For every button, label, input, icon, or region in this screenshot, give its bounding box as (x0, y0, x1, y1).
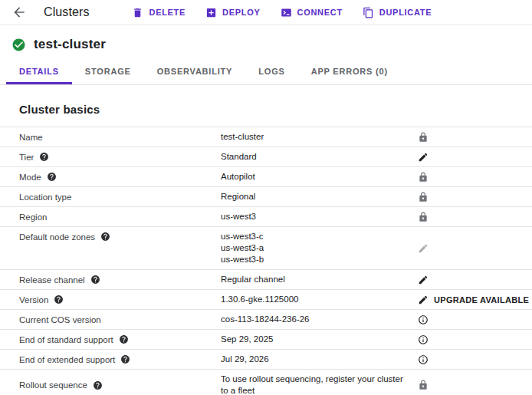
table-row: Current COS version cos-113-18244-236-26 (0, 309, 532, 329)
back-button[interactable] (11, 5, 27, 20)
row-value-line: Autopilot (221, 171, 406, 183)
row-label: Mode (19, 173, 41, 182)
tab-observability[interactable]: OBSERVABILITY (144, 61, 246, 84)
cluster-header: test-cluster (0, 25, 532, 61)
edit-icon[interactable] (418, 295, 429, 305)
tab-details[interactable]: DETAILS (6, 61, 72, 84)
row-label: Region (19, 212, 47, 222)
duplicate-button[interactable]: DUPLICATE (363, 7, 432, 18)
row-value: Regional (221, 189, 414, 204)
row-value: Standard (221, 150, 414, 164)
row-value-line: 1.30.6-gke.1125000 (221, 294, 406, 305)
lock-icon (418, 212, 429, 222)
upgrade-available-label[interactable]: UPGRADE AVAILABLE (434, 295, 529, 304)
row-label: Location type (19, 193, 71, 202)
table-row: Version 1.30.6-gke.1125000 UPGRADE AVAIL… (0, 289, 532, 309)
row-label: Rollout sequence (19, 380, 87, 390)
table-row: Default node zones us-west3-cus-west3-au… (0, 226, 532, 269)
action-button-label: DELETE (149, 8, 186, 17)
row-value: Autopilot (221, 170, 414, 184)
edit-icon[interactable] (418, 152, 429, 163)
info-icon[interactable] (418, 314, 429, 325)
help-icon[interactable] (120, 354, 130, 364)
tab-logs[interactable]: LOGS (245, 61, 297, 84)
row-value-line: Jul 29, 2026 (221, 354, 406, 365)
arrow-back-icon (11, 5, 27, 20)
row-value: 1.30.6-gke.1125000 (221, 292, 414, 307)
action-button-label: DEPLOY (222, 8, 260, 17)
help-icon[interactable] (47, 172, 57, 182)
action-button-label: DUPLICATE (379, 8, 432, 17)
connect-button[interactable]: CONNECT (281, 7, 343, 18)
row-value: cos-113-18244-236-26 (221, 312, 414, 327)
row-label: Default node zones (19, 232, 95, 242)
help-icon[interactable] (100, 232, 110, 242)
row-value: Jul 29, 2026 (221, 352, 414, 367)
row-value: us-west3 (221, 209, 414, 224)
connect-icon (281, 7, 292, 18)
row-label: End of standard support (19, 335, 113, 344)
row-value-line: Sep 29, 2025 (221, 334, 406, 345)
table-row: Mode Autopilot (0, 166, 532, 186)
help-icon[interactable] (93, 380, 103, 390)
row-value-line: To use rollout sequencing, register your… (221, 374, 406, 395)
top-action-bar: Clusters DELETE DEPLOY CONNECT DUPLICATE (0, 0, 532, 25)
section-title: Cluster basics (19, 103, 532, 116)
info-icon[interactable] (418, 334, 429, 345)
tab-label: DETAILS (19, 67, 59, 76)
tab-label: LOGS (258, 67, 284, 76)
help-icon[interactable] (54, 295, 64, 304)
table-row: End of standard support Sep 29, 2025 (0, 329, 532, 349)
tab-label: APP ERRORS (0) (311, 67, 388, 76)
row-value-line: cos-113-18244-236-26 (221, 314, 406, 325)
row-label: End of extended support (19, 355, 115, 364)
table-row: Region us-west3 (0, 206, 532, 226)
row-value-line: us-west3 (221, 211, 406, 222)
duplicate-icon (363, 7, 374, 18)
tab-storage[interactable]: STORAGE (72, 61, 144, 84)
row-label: Release channel (19, 275, 85, 285)
edit-icon[interactable] (418, 275, 429, 285)
row-value-line: Regular channel (221, 274, 406, 285)
help-icon[interactable] (39, 152, 49, 162)
delete-icon (132, 7, 143, 18)
delete-button[interactable]: DELETE (132, 7, 186, 18)
row-value: test-cluster (221, 130, 414, 144)
page-title: Clusters (44, 5, 89, 19)
row-value: us-west3-cus-west3-aus-west3-b (221, 229, 414, 267)
help-icon[interactable] (119, 334, 129, 344)
row-value-line: us-west3-b (221, 254, 406, 265)
row-value-line: Regional (221, 191, 406, 202)
edit-disabled-icon (418, 243, 429, 254)
deploy-button[interactable]: DEPLOY (205, 7, 260, 18)
table-row: End of extended support Jul 29, 2026 (0, 349, 532, 369)
tab-label: STORAGE (85, 67, 131, 76)
row-value-line: us-west3-a (221, 242, 406, 254)
lock-icon (418, 380, 429, 390)
table-row: Rollout sequence To use rollout sequenci… (0, 369, 532, 395)
cluster-name: test-cluster (34, 37, 106, 52)
row-value: Regular channel (221, 272, 414, 287)
lock-icon (418, 132, 429, 143)
cluster-basics-table: Name test-cluster Tier Standard Mode Aut… (0, 127, 532, 395)
row-label: Tier (19, 153, 34, 162)
tab-app-errors-0[interactable]: APP ERRORS (0) (298, 61, 401, 84)
row-value-line: test-cluster (221, 131, 406, 143)
table-row: Tier Standard (0, 146, 532, 166)
info-icon[interactable] (418, 354, 429, 365)
check-circle-icon (11, 38, 26, 52)
tab-label: OBSERVABILITY (157, 67, 233, 76)
tab-bar: DETAILS STORAGE OBSERVABILITY LOGS APP E… (0, 61, 532, 85)
row-value-line: Standard (221, 151, 406, 163)
row-value: To use rollout sequencing, register your… (221, 372, 414, 395)
table-row: Location type Regional (0, 186, 532, 206)
row-value-line: us-west3-c (221, 231, 406, 242)
help-icon[interactable] (90, 275, 100, 285)
row-label: Name (19, 133, 43, 142)
table-row: Release channel Regular channel (0, 269, 532, 289)
deploy-icon (205, 7, 217, 18)
header-actions: DELETE DEPLOY CONNECT DUPLICATE (132, 7, 432, 18)
row-value: Sep 29, 2025 (221, 332, 414, 347)
table-row: Name test-cluster (0, 127, 532, 146)
lock-icon (418, 192, 429, 202)
